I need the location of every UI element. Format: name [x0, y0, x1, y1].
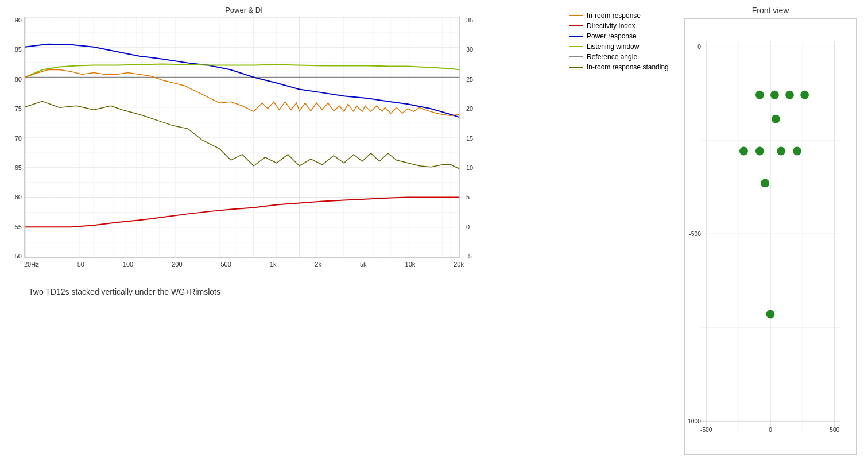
- legend-label-inroom: In-room response: [587, 11, 641, 20]
- dot-11: [766, 310, 775, 319]
- dot-3: [785, 91, 794, 99]
- legend-item-listening: Listening window: [569, 43, 673, 51]
- front-view-title: Front view: [752, 6, 789, 15]
- chart-title: Power & DI: [6, 6, 482, 14]
- dot-1: [755, 91, 764, 99]
- dot-2: [770, 91, 779, 99]
- main-content: Power & DI 90 85 80 75 70 65 60 55 50: [0, 0, 868, 475]
- main-chart-svg: [24, 17, 460, 258]
- dot-6: [739, 147, 748, 156]
- svg-text:0: 0: [698, 44, 701, 50]
- legend-color-reference: [569, 56, 583, 57]
- legend-color-di: [569, 25, 583, 26]
- legend-label-listening: Listening window: [587, 43, 639, 51]
- legend-item-di: Directivity Index: [569, 22, 673, 30]
- legend-color-inroom: [569, 15, 583, 16]
- right-section: In-room response Directivity Index Power…: [564, 6, 862, 469]
- dot-4: [800, 91, 809, 99]
- y-axis-left: 90 85 80 75 70 65 60 55 50: [6, 17, 24, 260]
- legend-panel: In-room response Directivity Index Power…: [564, 6, 679, 469]
- chart-svg-wrapper: [24, 17, 464, 260]
- listening-window-line: [25, 64, 459, 78]
- legend-label-standing: In-room response standing: [587, 63, 669, 71]
- legend-color-listening: [569, 46, 583, 47]
- legend-item-standing: In-room response standing: [569, 63, 673, 71]
- legend-item-inroom: In-room response: [569, 11, 673, 20]
- chart-container: 90 85 80 75 70 65 60 55 50: [6, 17, 482, 260]
- legend-item-reference: Reference angle: [569, 53, 673, 61]
- legend-item-power: Power response: [569, 32, 673, 40]
- left-panel: Power & DI 90 85 80 75 70 65 60 55 50: [6, 6, 558, 469]
- dot-8: [777, 147, 785, 156]
- svg-text:-500: -500: [689, 231, 701, 237]
- description-text: Two TD12s stacked vertically under the W…: [29, 287, 558, 296]
- svg-text:500: 500: [830, 427, 839, 433]
- in-room-standing-line: [25, 101, 459, 168]
- svg-text:-1000: -1000: [686, 418, 701, 424]
- front-view-panel: Front view 0 -500 -100: [679, 6, 862, 469]
- chart-area: Power & DI 90 85 80 75 70 65 60 55 50: [6, 6, 482, 270]
- dot-7: [755, 147, 764, 156]
- y-axis-right: 35 30 25 20 15 10 5 0 -5: [464, 17, 482, 260]
- svg-text:-500: -500: [700, 427, 712, 433]
- dot-10: [761, 179, 769, 187]
- legend-label-power: Power response: [587, 32, 637, 40]
- x-axis-labels: 20Hz 50 100 200 500 1k 2k 5k 10k 20k: [6, 261, 482, 268]
- legend-color-power: [569, 36, 583, 37]
- front-view-svg: 0 -500 -1000 -500 0 500: [684, 18, 857, 455]
- svg-text:0: 0: [769, 427, 772, 433]
- dot-9: [793, 147, 801, 156]
- legend-label-reference: Reference angle: [587, 53, 637, 61]
- legend-label-di: Directivity Index: [587, 22, 636, 30]
- legend-color-standing: [569, 67, 583, 68]
- dot-5: [772, 115, 780, 123]
